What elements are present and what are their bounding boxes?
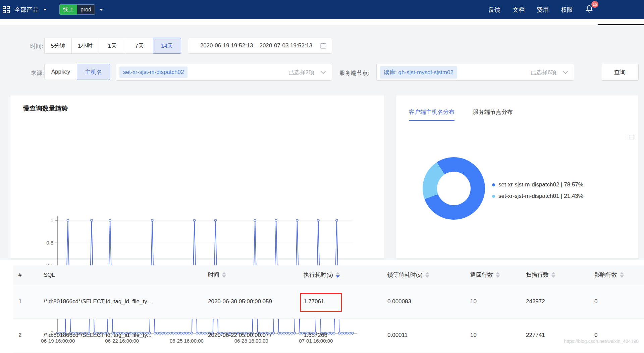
table-header-row: #SQL时间执行耗时(s)锁等待耗时(s)返回行数扫描行数影响行数 <box>13 265 644 285</box>
legend-dot <box>492 195 495 198</box>
tab-client-hostname-distribution[interactable]: 客户端主机名分布 <box>409 108 454 121</box>
nav-link-feedback[interactable]: 反馈 <box>488 6 500 14</box>
donut-hole <box>437 172 471 205</box>
cell-lock: 0.00011 <box>382 318 465 352</box>
column-label: 时间 <box>208 271 219 279</box>
cell-time: 2020-06-22 05:00:00.077 <box>203 318 299 352</box>
cell-affected: 0 <box>589 285 644 318</box>
time-option-0[interactable]: 5分钟 <box>44 38 72 54</box>
notification-count-badge: 16 <box>591 1 598 8</box>
env-badge-prod: prod <box>77 5 95 14</box>
sort-icon[interactable] <box>336 272 340 278</box>
data-view-list-icon[interactable] <box>627 133 635 141</box>
nav-link-permissions[interactable]: 权限 <box>561 6 573 14</box>
cell-lock: 0.000083 <box>382 285 465 318</box>
legend-item[interactable]: set-xr-sjst-m-dispatch01 | 21.43% <box>492 193 583 200</box>
cell-idx: 2 <box>13 318 39 352</box>
all-products-label[interactable]: 全部产品 <box>14 6 39 14</box>
time-option-4[interactable]: 14天 <box>153 38 181 54</box>
cell-scanned: 227741 <box>521 318 589 352</box>
calendar-icon <box>320 42 327 49</box>
source-toggle-group: Appkey主机名 <box>44 64 110 80</box>
source-option-0[interactable]: Appkey <box>44 64 77 80</box>
time-option-2[interactable]: 1天 <box>99 38 126 54</box>
column-label: 影响行数 <box>594 271 617 279</box>
env-badge-online: 线上 <box>60 5 77 14</box>
column-header-3[interactable]: 执行耗时(s) <box>299 265 382 285</box>
client-hostname-donut-chart[interactable] <box>423 157 485 220</box>
chevron-down-icon <box>43 9 47 11</box>
svg-text:0.8: 0.8 <box>46 240 53 246</box>
cell-idx: 1 <box>13 285 39 318</box>
column-label: 锁等待耗时(s) <box>387 271 423 279</box>
column-header-0: # <box>13 265 39 285</box>
slow-query-table: #SQL时间执行耗时(s)锁等待耗时(s)返回行数扫描行数影响行数 1/*id:… <box>0 265 644 352</box>
cell-scanned: 242972 <box>521 285 589 318</box>
column-header-1: SQL <box>39 265 203 285</box>
time-filter-label: 时间: <box>30 42 43 50</box>
donut-legend: set-xr-sjst-m-dispatch02 | 78.57% set-xr… <box>492 181 583 200</box>
distribution-card: 客户端主机名分布 服务端节点分布 set-xr-sjst-m-dispatch0… <box>396 95 638 259</box>
slow-query-trend-card: 慢查询数量趋势 00.20.40.60.8106-19 16:00:0006-2… <box>10 95 385 259</box>
cell-time: 2020-06-30 05:00:00.059 <box>203 285 299 318</box>
cell-exec: 1.77061 <box>299 285 382 318</box>
time-option-1[interactable]: 1小时 <box>71 38 99 54</box>
date-range-picker[interactable]: 2020-06-19 19:52:13 – 2020-07-03 19:52:1… <box>188 38 332 54</box>
column-header-4[interactable]: 锁等待耗时(s) <box>382 265 465 285</box>
nav-link-docs[interactable]: 文档 <box>513 6 525 14</box>
cell-exec: 1.657266 <box>299 318 382 352</box>
sort-icon[interactable] <box>620 272 624 278</box>
date-range-value: 2020-06-19 19:52:13 – 2020-07-03 19:52:1… <box>193 42 320 49</box>
legend-dot <box>492 183 495 186</box>
source-option-1[interactable]: 主机名 <box>77 64 110 80</box>
highlighted-exec-time: 1.77061 <box>304 298 324 305</box>
column-header-2[interactable]: 时间 <box>203 265 299 285</box>
top-navbar: 全部产品 线上 prod 反馈 文档 费用 权限 16 <box>0 0 644 19</box>
column-header-6[interactable]: 扫描行数 <box>521 265 589 285</box>
cell-affected: 0 <box>589 318 644 352</box>
svg-text:1: 1 <box>51 217 53 223</box>
column-header-5[interactable]: 返回行数 <box>465 265 521 285</box>
distribution-tabs: 客户端主机名分布 服务端节点分布 <box>409 108 513 121</box>
watermark: https://blog.csdn.net/weixin_404190 <box>564 339 639 344</box>
time-option-3[interactable]: 7天 <box>126 38 153 54</box>
column-label: 扫描行数 <box>526 271 549 279</box>
chevron-down-icon <box>321 69 326 74</box>
server-selected-count: 已选择6项 <box>531 69 556 76</box>
sort-icon[interactable] <box>496 272 500 278</box>
table-row[interactable]: 1/*id:801866cd*/SELECT id, tag_id, file_… <box>13 285 644 318</box>
trend-chart-title: 慢查询数量趋势 <box>23 104 68 113</box>
all-products-grid-icon[interactable] <box>3 6 10 13</box>
chevron-down-icon <box>563 69 568 74</box>
environment-selector[interactable]: 线上 prod <box>59 4 95 15</box>
server-node-multiselect[interactable]: 读库: gh-sjst-mysql-sjstm02 已选择6项 <box>376 64 574 81</box>
query-button[interactable]: 查询 <box>601 64 639 81</box>
cell-rows: 10 <box>465 318 521 352</box>
notification-bell[interactable]: 16 <box>585 4 594 15</box>
chevron-down-icon[interactable] <box>100 9 103 11</box>
server-selected-tag: 读库: gh-sjst-mysql-sjstm02 <box>380 66 457 79</box>
server-node-label: 服务端节点: <box>339 69 370 77</box>
column-label: 返回行数 <box>470 271 493 279</box>
sort-icon[interactable] <box>222 272 226 278</box>
host-selected-tag: set-xr-sjst-m-dispatch02 <box>119 67 187 78</box>
nav-link-billing[interactable]: 费用 <box>537 6 549 14</box>
table-row[interactable]: 2/*id:801866cd*/SELECT id, tag_id, file_… <box>13 318 644 352</box>
legend-item[interactable]: set-xr-sjst-m-dispatch02 | 78.57% <box>492 181 583 188</box>
cell-sql[interactable]: /*id:801866cd*/SELECT id, tag_id, file_t… <box>39 285 203 318</box>
column-label: 执行耗时(s) <box>304 271 333 279</box>
sort-icon[interactable] <box>551 272 555 278</box>
sort-icon[interactable] <box>425 272 429 278</box>
column-label: SQL <box>44 272 55 278</box>
time-range-button-group: 5分钟1小时1天7天14天 <box>44 38 181 54</box>
cell-sql[interactable]: /*id:801866cd*/SELECT id, tag_id, file_t… <box>39 318 203 352</box>
tab-server-node-distribution[interactable]: 服务端节点分布 <box>473 108 513 121</box>
column-label: # <box>18 272 21 278</box>
host-multiselect[interactable]: set-xr-sjst-m-dispatch02 已选择2项 <box>116 64 332 81</box>
cell-rows: 10 <box>465 285 521 318</box>
source-filter-label: 来源: <box>31 69 44 77</box>
host-selected-count: 已选择2项 <box>288 69 314 76</box>
column-header-7[interactable]: 影响行数 <box>589 265 644 285</box>
